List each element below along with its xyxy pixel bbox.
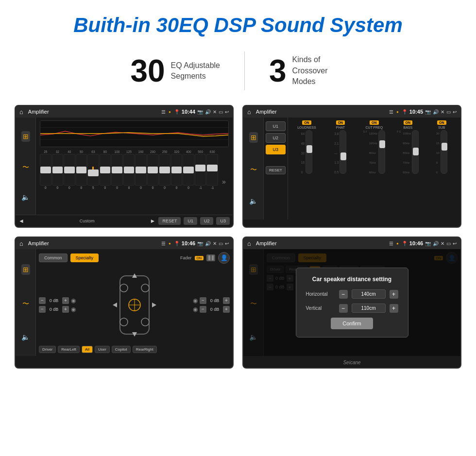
- eq-band-track-4[interactable]: [87, 154, 99, 186]
- camera-icon[interactable]: 📷: [197, 109, 203, 115]
- cutfreq-on[interactable]: ON: [370, 120, 379, 125]
- vertical-minus[interactable]: −: [339, 304, 348, 313]
- reset-btn[interactable]: RESET: [158, 217, 181, 225]
- camera-icon4[interactable]: 📷: [425, 241, 431, 246]
- eq-band-track-12[interactable]: [183, 154, 194, 186]
- home-icon3[interactable]: ⌂: [19, 240, 23, 247]
- right-top-plus[interactable]: +: [223, 297, 230, 304]
- right-top-minus[interactable]: −: [200, 297, 206, 304]
- next-icon[interactable]: ►: [150, 218, 156, 224]
- bass-on[interactable]: ON: [404, 120, 413, 125]
- right-bot-plus[interactable]: +: [223, 306, 230, 313]
- eq-icon3[interactable]: ⊞: [21, 264, 30, 275]
- left-top-minus[interactable]: −: [39, 297, 46, 304]
- back-icon4[interactable]: ↩: [453, 241, 457, 246]
- close-icon[interactable]: ✕: [213, 109, 217, 115]
- home-icon2[interactable]: ⌂: [247, 108, 251, 116]
- back-icon2[interactable]: ↩: [453, 109, 457, 115]
- left-top-plus[interactable]: +: [62, 297, 69, 304]
- eq-band-track-1[interactable]: [52, 154, 64, 186]
- all-btn[interactable]: All: [82, 346, 93, 353]
- back-icon[interactable]: ↩: [225, 109, 229, 115]
- wave-icon[interactable]: 〜: [22, 163, 29, 172]
- window-icon2[interactable]: ▭: [446, 109, 451, 115]
- close-icon3[interactable]: ✕: [213, 241, 217, 246]
- right-bot-minus[interactable]: −: [200, 306, 206, 313]
- eq-band-track-2[interactable]: [64, 154, 75, 186]
- horizontal-minus[interactable]: −: [339, 290, 348, 299]
- loudness-slider[interactable]: [306, 130, 312, 174]
- u2-btn[interactable]: U2: [200, 217, 214, 225]
- eq-icon2[interactable]: ⊞: [249, 132, 258, 143]
- menu-icon4[interactable]: ☰: [389, 241, 393, 246]
- volume-icon4[interactable]: 🔊: [433, 241, 439, 246]
- u3-cross-btn[interactable]: U3: [266, 145, 286, 154]
- window-icon3[interactable]: ▭: [219, 241, 223, 246]
- eq-band-track-6[interactable]: [111, 154, 123, 186]
- camera-icon2[interactable]: 📷: [425, 109, 431, 115]
- rearright-btn[interactable]: RearRight: [133, 346, 157, 353]
- eq-band-track-11[interactable]: [171, 154, 183, 186]
- eq-band-track-8[interactable]: [135, 154, 147, 186]
- menu-icon3[interactable]: ☰: [161, 241, 166, 246]
- horizontal-plus[interactable]: +: [390, 290, 398, 299]
- sub-on[interactable]: ON: [437, 120, 446, 125]
- u2-cross-btn[interactable]: U2: [266, 133, 286, 143]
- eq-band-track-14[interactable]: [206, 154, 218, 186]
- eq-band-track-7[interactable]: [123, 154, 135, 186]
- driver-btn[interactable]: Driver: [39, 346, 56, 353]
- eq-band-track-0[interactable]: [40, 154, 51, 186]
- vertical-plus[interactable]: +: [390, 304, 398, 313]
- volume-icon2[interactable]: 🔊: [433, 109, 439, 115]
- speaker-icon3[interactable]: 🔈: [21, 333, 30, 341]
- u1-cross-btn[interactable]: U1: [266, 121, 286, 131]
- u3-btn[interactable]: U3: [216, 217, 230, 225]
- eq-band-track-10[interactable]: [159, 154, 170, 186]
- wave-icon2[interactable]: 〜: [250, 166, 257, 174]
- phat-slider[interactable]: [340, 130, 346, 174]
- eq-sliders: [40, 154, 218, 186]
- eq-band-track-3[interactable]: [76, 154, 87, 186]
- menu-icon2[interactable]: ☰: [389, 109, 393, 115]
- back-icon3[interactable]: ↩: [225, 241, 229, 246]
- fader-slider[interactable]: [206, 254, 215, 261]
- close-icon2[interactable]: ✕: [441, 109, 444, 115]
- location-icon3: 📍: [174, 241, 180, 246]
- svg-point-8: [141, 318, 149, 326]
- eq-band-track-9[interactable]: [147, 154, 159, 186]
- speaker-icon[interactable]: 🔈: [21, 193, 30, 201]
- eq-scroll-right[interactable]: »: [219, 150, 229, 213]
- loudness-on[interactable]: ON: [302, 120, 311, 125]
- copilot-btn[interactable]: Copilot: [112, 346, 131, 353]
- eq-band-track-5[interactable]: [100, 154, 111, 186]
- left-bot-minus[interactable]: −: [39, 306, 46, 313]
- camera-icon3[interactable]: 📷: [197, 241, 203, 246]
- sub-slider[interactable]: [441, 130, 447, 174]
- cutfreq-slider[interactable]: [378, 130, 385, 174]
- bass-slider[interactable]: [412, 130, 419, 174]
- user-btn[interactable]: User: [95, 346, 110, 353]
- menu-icon[interactable]: ☰: [161, 109, 166, 115]
- eq-band-track-13[interactable]: [195, 154, 206, 186]
- u1-btn[interactable]: U1: [184, 217, 197, 225]
- window-icon4[interactable]: ▭: [446, 241, 451, 246]
- home-icon4[interactable]: ⌂: [247, 240, 251, 247]
- home-icon[interactable]: ⌂: [19, 108, 23, 116]
- volume-icon3[interactable]: 🔊: [205, 241, 211, 246]
- reset-cross-btn[interactable]: RESET: [266, 166, 286, 174]
- eq-thumb-1: [52, 167, 63, 173]
- common-tab[interactable]: Common: [39, 253, 68, 262]
- wave-icon3[interactable]: 〜: [22, 300, 29, 308]
- specialty-tab[interactable]: Specialty: [70, 253, 99, 262]
- eq-icon[interactable]: ⊞: [21, 131, 30, 142]
- volume-icon[interactable]: 🔊: [205, 109, 211, 115]
- close-icon4[interactable]: ✕: [441, 241, 444, 246]
- phat-on[interactable]: ON: [336, 120, 345, 125]
- left-bot-plus[interactable]: +: [62, 306, 69, 313]
- window-icon[interactable]: ▭: [219, 109, 223, 115]
- speaker-icon2[interactable]: 🔈: [249, 197, 257, 205]
- rearleft-btn[interactable]: RearLeft: [58, 346, 80, 353]
- confirm-button[interactable]: Confirm: [331, 318, 373, 329]
- prev-icon[interactable]: ◄: [18, 218, 24, 224]
- position-buttons: Driver RearLeft All User Copilot RearRig…: [39, 346, 230, 353]
